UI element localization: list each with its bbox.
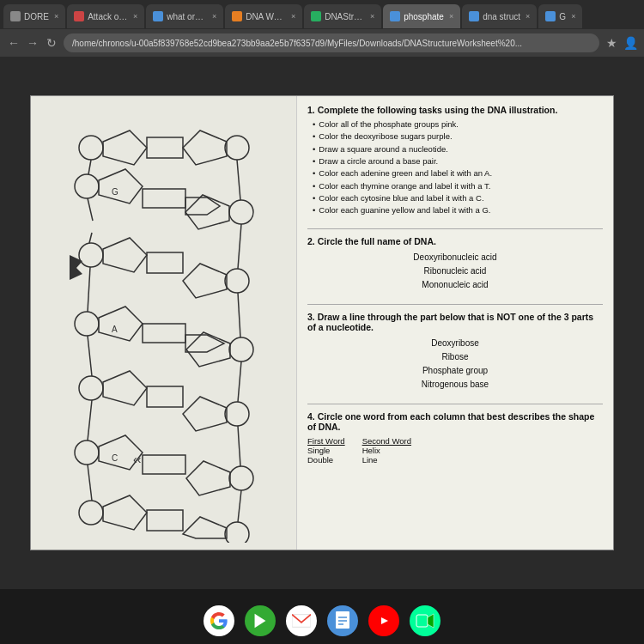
svg-text:A: A — [112, 325, 118, 334]
svg-rect-63 — [416, 615, 428, 627]
svg-marker-35 — [103, 238, 147, 272]
svg-marker-54 — [70, 255, 82, 280]
svg-marker-27 — [103, 131, 147, 165]
tab-tab2[interactable]: Attack on T× — [67, 4, 144, 28]
svg-line-21 — [237, 160, 240, 200]
address-input[interactable] — [64, 33, 599, 52]
column-2: Second Word Helix Line — [362, 436, 411, 465]
question-1: 1. Complete the following tasks using th… — [307, 105, 603, 216]
svg-text:‹‹: ‹‹ — [133, 453, 142, 466]
col1-item-2: Double — [307, 455, 345, 465]
divider-3 — [307, 404, 603, 404]
tab-icon-tab8 — [545, 11, 556, 21]
q3-option: Nitrogenous base — [307, 378, 603, 392]
svg-marker-55 — [255, 614, 266, 629]
svg-point-2 — [79, 243, 103, 267]
question-4-columns: First Word Single Double Second Word Hel… — [307, 436, 603, 465]
question-3-title: 3. Draw a line through the part below th… — [307, 312, 603, 332]
tab-close-tab5[interactable]: × — [370, 12, 374, 21]
svg-line-17 — [88, 267, 90, 312]
col2-item-1: Helix — [362, 446, 411, 455]
tab-icon-tab2 — [74, 11, 84, 21]
svg-marker-44 — [183, 397, 227, 431]
svg-point-12 — [229, 466, 253, 490]
tab-tab4[interactable]: DNA Works× — [225, 4, 302, 28]
refresh-button[interactable]: ↻ — [45, 36, 58, 50]
tab-close-tab3[interactable]: × — [212, 12, 216, 21]
tab-tab8[interactable]: G× — [538, 4, 582, 28]
bullet-item: Color each cytosine blue and label it wi… — [313, 193, 603, 204]
svg-rect-53 — [147, 510, 183, 531]
screen-content: G A C — [0, 57, 644, 589]
question-1-bullets: Color all of the phosphate groups pink.C… — [307, 119, 603, 216]
svg-line-18 — [88, 336, 92, 376]
svg-line-26 — [238, 490, 241, 522]
google-taskbar-icon[interactable] — [204, 605, 234, 636]
svg-point-10 — [229, 337, 253, 361]
tab-tab6[interactable]: phosphate× — [383, 4, 460, 28]
question-2-options: Deoxyribonucleic acidRibonucleic acidMon… — [307, 251, 603, 292]
svg-line-20 — [88, 465, 92, 501]
svg-line-16 — [89, 233, 92, 243]
tab-tab3[interactable]: what order× — [146, 4, 223, 28]
questions-panel: 1. Complete the following tasks using th… — [297, 96, 613, 550]
tab-icon-tab1 — [10, 11, 21, 21]
youtube-taskbar-icon[interactable] — [368, 605, 399, 636]
bullet-item: Color the deoxyribose sugars purple. — [313, 131, 603, 142]
svg-rect-37 — [147, 252, 183, 273]
tab-close-tab2[interactable]: × — [133, 12, 137, 21]
q2-option: Deoxyribonucleic acid — [307, 251, 603, 264]
bullet-item: Color each thymine orange and label it w… — [313, 181, 603, 191]
svg-point-0 — [79, 136, 103, 160]
bookmark-button[interactable]: ★ — [605, 36, 618, 50]
tab-close-tab6[interactable]: × — [449, 12, 453, 21]
tab-close-tab4[interactable]: × — [291, 12, 295, 21]
dna-illustration-panel: G A C — [31, 96, 297, 550]
tab-bar: DORE×Attack on T×what order×DNA Works×DN… — [0, 0, 644, 29]
files-taskbar-icon[interactable] — [327, 605, 358, 636]
document-container: G A C — [30, 95, 614, 550]
tab-icon-tab5 — [311, 11, 321, 21]
tab-icon-tab4 — [232, 11, 242, 21]
question-3: 3. Draw a line through the part below th… — [307, 312, 603, 392]
forward-button[interactable]: → — [26, 36, 39, 50]
svg-line-19 — [88, 400, 92, 440]
tab-tab1[interactable]: DORE× — [3, 4, 65, 28]
q3-option: Deoxyribose — [307, 337, 603, 350]
svg-line-24 — [238, 361, 241, 402]
tab-close-tab1[interactable]: × — [54, 12, 58, 21]
tab-close-tab7[interactable]: × — [526, 12, 530, 21]
address-bar: ← → ↻ ★ 👤 — [0, 29, 644, 57]
gmail-taskbar-icon[interactable] — [286, 605, 317, 636]
tab-label-tab5: DNAStruct — [325, 12, 365, 21]
svg-point-8 — [229, 200, 253, 224]
svg-marker-28 — [183, 131, 227, 165]
svg-line-15 — [88, 198, 93, 221]
tab-close-tab8[interactable]: × — [571, 12, 575, 21]
bullet-item: Color each guanine yellow and label it w… — [313, 205, 603, 216]
svg-point-9 — [225, 269, 249, 293]
back-button[interactable]: ← — [7, 36, 21, 50]
svg-rect-32 — [143, 189, 185, 208]
tab-label-tab1: DORE — [24, 12, 49, 21]
svg-marker-48 — [186, 461, 230, 495]
play-taskbar-icon[interactable] — [245, 605, 276, 636]
tab-tab7[interactable]: dna struct× — [462, 4, 537, 28]
q2-option: Ribonucleic acid — [307, 264, 603, 278]
tab-icon-tab3 — [153, 11, 163, 21]
taskbar — [0, 598, 644, 644]
question-3-options: DeoxyriboseRibosePhosphate groupNitrogen… — [307, 337, 603, 392]
meet-taskbar-icon[interactable] — [410, 605, 440, 636]
svg-point-13 — [225, 522, 249, 543]
dna-svg: G A C — [39, 105, 289, 543]
tab-tab5[interactable]: DNAStruct× — [304, 4, 381, 28]
svg-text:G: G — [112, 187, 118, 197]
svg-rect-45 — [147, 386, 183, 407]
profile-button[interactable]: 👤 — [623, 36, 637, 50]
svg-line-22 — [238, 224, 241, 269]
q3-option: Phosphate group — [307, 364, 603, 378]
question-2-title: 2. Circle the full name of DNA. — [307, 236, 603, 246]
svg-marker-36 — [183, 264, 227, 298]
bullet-item: Color each adenine green and label it wi… — [313, 168, 603, 179]
tab-label-tab3: what order — [167, 12, 207, 21]
